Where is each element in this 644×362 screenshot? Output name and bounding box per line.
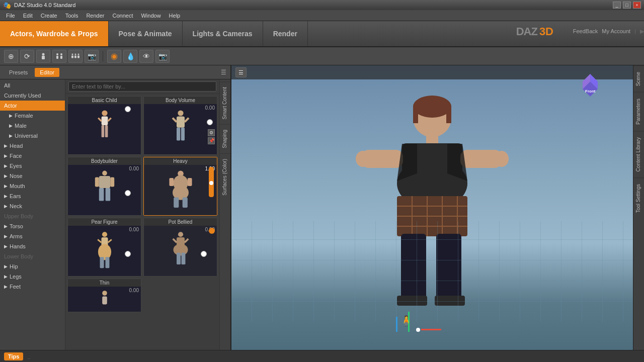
toolbar-snapshot-btn[interactable]: 📷 [155, 50, 170, 63]
tab-lights[interactable]: Lights & Cameras [183, 21, 263, 46]
svg-point-51 [102, 291, 107, 296]
cat-hands[interactable]: ▶ Hands [0, 241, 65, 251]
tab-editor[interactable]: Editor [35, 68, 59, 77]
grid-item-basic-child[interactable]: Basic Child [67, 96, 141, 155]
tips-button[interactable]: Tips [4, 352, 23, 360]
grid-item-heavy[interactable]: Heavy 1.00 [143, 157, 217, 216]
item-label: Body Volume [144, 97, 217, 104]
main-area: Presets Editor ☰ All Currently Used Acto… [0, 65, 644, 362]
cat-torso[interactable]: ▶ Torso [0, 221, 65, 231]
svg-point-6 [72, 53, 73, 55]
menu-file[interactable]: File [2, 12, 19, 20]
figure-svg [151, 170, 210, 210]
toolbar-group-btn[interactable] [68, 50, 83, 63]
settings-btn[interactable]: ⚙ [208, 129, 215, 136]
svg-text:Front: Front [585, 89, 596, 94]
cat-arms[interactable]: ▶ Arms [0, 231, 65, 241]
filter-input[interactable] [68, 81, 216, 92]
menu-tools[interactable]: Tools [61, 12, 83, 20]
menu-create[interactable]: Create [37, 12, 61, 20]
item-value: 0.00 [129, 288, 139, 293]
tab-pose[interactable]: Pose & Animate [109, 21, 183, 46]
toolbar-rotate-btn[interactable]: ⟳ [20, 50, 34, 63]
cat-all[interactable]: All [0, 80, 65, 90]
toolbar-material-btn[interactable]: 💧 [123, 50, 137, 63]
arrow-icon: ▶ [4, 274, 8, 279]
tab-surfaces[interactable]: Surfaces (Color) [220, 153, 230, 201]
grid-item-body-volume[interactable]: Body Volume 0.00 [143, 96, 217, 155]
feedback-link[interactable]: FeedBack [573, 28, 598, 35]
slider-thumb [201, 251, 207, 257]
arrow-icon: ▶ [4, 234, 8, 239]
toolbar-move-btn[interactable]: ⊕ [4, 50, 18, 63]
svg-point-37 [102, 232, 107, 237]
cat-legs[interactable]: ▶ Legs [0, 272, 65, 282]
cat-face[interactable]: ▶ Face [0, 151, 65, 161]
cat-male[interactable]: ▶ Male [0, 121, 65, 131]
tab-tool-settings[interactable]: Tool Settings [633, 177, 644, 219]
maximize-button[interactable]: □ [623, 2, 631, 9]
svg-point-12 [102, 110, 107, 116]
svg-rect-21 [181, 128, 184, 141]
cat-hip[interactable]: ▶ Hip [0, 261, 65, 272]
grid-item-pot-bellied[interactable]: Pot Bellied 0.00 [143, 218, 217, 277]
cat-neck[interactable]: ▶ Neck [0, 201, 65, 211]
svg-rect-27 [105, 188, 110, 201]
cat-female[interactable]: ▶ Female [0, 111, 65, 121]
tab-render[interactable]: Render [263, 21, 308, 46]
cat-upper-body: Upper Body [0, 211, 65, 221]
pin-btn[interactable]: 📌 [208, 137, 215, 144]
menu-window[interactable]: Window [137, 12, 165, 20]
cat-actor[interactable]: Actor [0, 101, 65, 111]
toolbar-two-figures-btn[interactable] [52, 50, 66, 63]
slider-thumb [125, 251, 131, 257]
filter-bar [65, 79, 219, 94]
svg-rect-41 [105, 257, 109, 268]
svg-rect-9 [74, 55, 76, 58]
tab-shaping[interactable]: Shaping [220, 124, 230, 153]
vp-menu-btn[interactable]: ☰ [235, 67, 247, 77]
grid-item-bodybuilder[interactable]: Bodybuilder 0.00 [67, 157, 141, 216]
toolbar-single-figure-btn[interactable] [36, 50, 50, 63]
cat-currently-used[interactable]: Currently Used [0, 90, 65, 101]
grid-item-thin[interactable]: Thin 0.00 [67, 279, 141, 312]
figure-svg [75, 170, 134, 210]
cat-mouth[interactable]: ▶ Mouth [0, 181, 65, 191]
svg-point-10 [78, 53, 79, 55]
panel-menu-icon[interactable]: ☰ [221, 69, 226, 76]
cube-svg: Front [578, 71, 603, 97]
svg-line-42 [98, 239, 101, 242]
cat-nose[interactable]: ▶ Nose [0, 171, 65, 181]
toolbar-visibility-btn[interactable]: 👁 [139, 50, 153, 63]
cat-ears[interactable]: ▶ Ears [0, 191, 65, 201]
cat-feet[interactable]: ▶ Feet [0, 282, 65, 292]
svg-rect-56 [446, 106, 451, 123]
cat-head[interactable]: ▶ Head [0, 141, 65, 151]
svg-rect-47 [177, 253, 181, 264]
menu-render[interactable]: Render [82, 12, 108, 20]
tab-actors[interactable]: Actors, Wardrobe & Props [0, 21, 109, 46]
item-label: Heavy [144, 157, 217, 165]
item-thumbnail: 0.00 [68, 287, 141, 312]
toolbar-render-preview-btn[interactable]: ◉ [107, 50, 121, 63]
menu-help[interactable]: Help [165, 12, 185, 20]
tab-presets[interactable]: Presets [4, 68, 33, 77]
viewport-cube[interactable]: Front [578, 71, 603, 97]
svg-line-23 [185, 118, 189, 122]
tab-content-library[interactable]: Content Library [633, 131, 644, 177]
cat-universal[interactable]: ▶ Universal [0, 131, 65, 141]
tab-parameters[interactable]: Parameters [633, 92, 644, 131]
tab-smart-content[interactable]: Smart Content [220, 81, 230, 124]
viewport[interactable]: ☰ [231, 65, 633, 362]
item-value: 0.00 [129, 227, 139, 232]
minimize-button[interactable]: _ [613, 2, 621, 9]
grid-item-pear-figure[interactable]: Pear Figure 0.00 [67, 218, 141, 277]
account-link[interactable]: My Account [602, 28, 630, 35]
menu-edit[interactable]: Edit [19, 12, 37, 20]
toolbar-camera-btn[interactable]: 📷 [85, 50, 99, 63]
cat-eyes[interactable]: ▶ Eyes [0, 161, 65, 171]
svg-rect-11 [77, 55, 79, 58]
menu-connect[interactable]: Connect [109, 12, 137, 20]
tab-scene[interactable]: Scene [633, 65, 644, 92]
close-button[interactable]: × [633, 2, 641, 9]
